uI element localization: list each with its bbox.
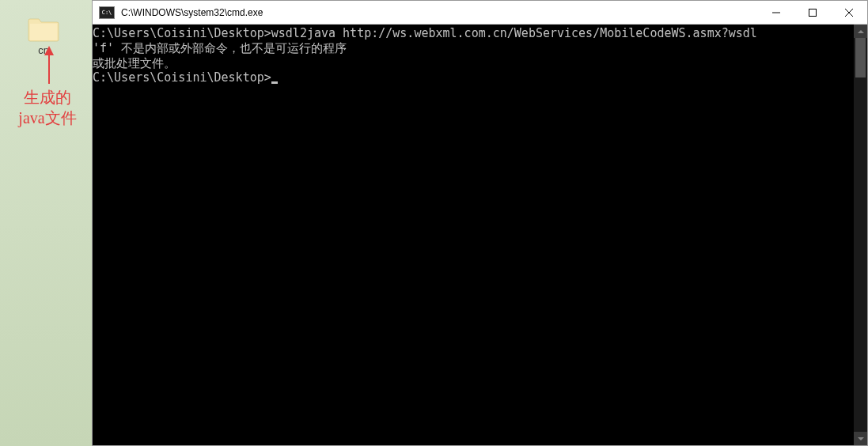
- terminal-line: 或批处理文件。: [93, 56, 854, 71]
- terminal-line: 'f' 不是内部或外部命令，也不是可运行的程序: [93, 41, 854, 56]
- titlebar[interactable]: C:\ C:\WINDOWS\system32\cmd.exe: [93, 1, 867, 25]
- scroll-down-button[interactable]: [854, 432, 867, 445]
- svg-marker-1: [44, 46, 54, 55]
- maximize-icon: [809, 9, 817, 17]
- close-icon: [845, 9, 853, 17]
- scrollbar-track[interactable]: [854, 38, 867, 432]
- minimize-icon: [772, 9, 780, 17]
- scrollbar-thumb[interactable]: [855, 38, 866, 77]
- desktop-area: cn 生成的 java文件: [0, 0, 92, 446]
- arrow-icon: [40, 46, 59, 85]
- terminal-line: C:\Users\Coisini\Desktop>wsdl2java http:…: [93, 26, 854, 41]
- chevron-up-icon: [858, 28, 864, 35]
- terminal-wrap: C:\Users\Coisini\Desktop>wsdl2java http:…: [93, 25, 867, 445]
- cmd-window: C:\ C:\WINDOWS\system32\cmd.exe C:\Users…: [92, 0, 868, 446]
- scroll-up-button[interactable]: [854, 25, 867, 38]
- terminal-prompt-line: C:\Users\Coisini\Desktop>: [93, 70, 854, 85]
- window-title: C:\WINDOWS\system32\cmd.exe: [121, 7, 263, 18]
- svg-marker-7: [858, 437, 864, 440]
- cmd-app-icon: C:\: [99, 6, 115, 19]
- chevron-down-icon: [858, 436, 864, 442]
- terminal[interactable]: C:\Users\Coisini\Desktop>wsdl2java http:…: [93, 25, 854, 445]
- svg-rect-3: [809, 9, 817, 16]
- cursor-icon: [271, 81, 278, 84]
- scrollbar[interactable]: [854, 25, 867, 445]
- folder-icon: [27, 14, 60, 43]
- terminal-prompt: C:\Users\Coisini\Desktop>: [93, 70, 271, 85]
- close-button[interactable]: [831, 1, 867, 25]
- maximize-button[interactable]: [794, 1, 831, 25]
- annotation-text: 生成的 java文件: [12, 87, 83, 128]
- minimize-button[interactable]: [758, 1, 794, 25]
- window-controls: [758, 1, 867, 25]
- svg-marker-6: [858, 30, 864, 33]
